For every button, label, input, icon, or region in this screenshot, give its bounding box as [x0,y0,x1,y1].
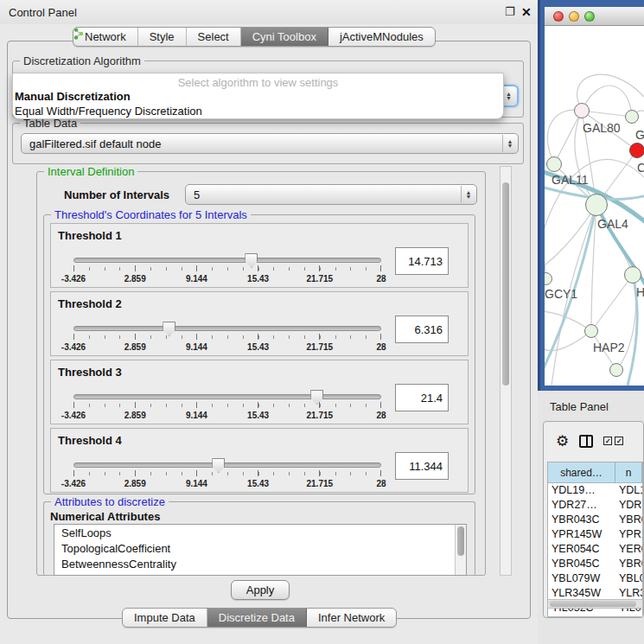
network-icon [73,28,84,40]
column-header-shared-name[interactable]: shared… [548,462,615,482]
threshold-3-row: Threshold 3 -3.426 2.859 9.144 15.43 21.… [50,360,469,424]
table-row[interactable]: YBL079WYBL0 [548,571,642,586]
threshold-4-label: Threshold 4 [58,434,122,447]
node-label-hap2: HAP2 [593,341,625,354]
dropdown-placeholder: Select algorithm to view settings [13,73,503,89]
threshold-4-row: Threshold 4 -3.426 2.859 9.144 15.43 21.… [50,428,469,493]
panel-scrollbar[interactable] [500,166,512,576]
control-panel-title: Control Panel [9,6,77,19]
threshold-2-label: Threshold 2 [58,297,122,310]
interval-definition-title: Interval Definition [44,165,137,178]
table-row[interactable]: YBR043CYBR0 [548,513,642,527]
node-hap2[interactable] [584,324,598,338]
number-of-intervals-label: Number of Intervals [64,188,169,201]
threshold-1-value[interactable]: 14.713 [395,247,449,275]
node-attribute-table[interactable]: shared… n YDL19…YDL1 YDR27…YDR2 YBR043CY… [547,462,643,617]
gear-icon[interactable]: ⚙ [556,432,569,450]
network-window-titlebar [545,7,644,26]
table-row[interactable]: YPR145WYPR1 [548,527,642,542]
threshold-2-value[interactable]: 6.316 [395,316,449,343]
threshold-3-label: Threshold 3 [58,366,122,379]
dropdown-item-manual-discretization[interactable]: Manual Discretization [13,90,503,103]
table-data-select[interactable]: galFiltered.sif default node ▲▼ [21,133,519,154]
slider-scale: -3.426 2.859 9.144 15.43 21.715 28 [73,411,381,421]
tab-network[interactable]: Network [73,28,138,46]
list-scrollbar[interactable] [455,525,466,575]
tab-discretize-data[interactable]: Discretize Data [207,609,307,627]
numerical-attributes-list[interactable]: SelfLoops TopologicalCoefficient Between… [54,524,467,576]
slider-track [73,462,381,468]
stepper-arrows: ▲▼ [461,186,475,203]
node-partial-bottom[interactable] [609,363,623,377]
node-gal2[interactable] [625,110,639,124]
table-data-value: galFiltered.sif default node [29,137,161,150]
threshold-1-label: Threshold 1 [58,229,122,242]
table-row[interactable]: YBR045CYBR0 [548,557,642,571]
tab-jactivemnodules[interactable]: jActiveMNodules [328,28,435,46]
threshold-2-row: Threshold 2 -3.426 2.859 9.144 15.43 21.… [50,291,469,356]
slider-track [73,394,381,399]
node-gal4[interactable] [585,194,608,216]
checkbox-icon[interactable]: ✓ [603,437,612,445]
tab-impute-data[interactable]: Impute Data [123,609,207,627]
checkbox-icon[interactable]: ✓ [615,437,623,445]
table-row[interactable]: YDR27…YDR2 [548,498,642,513]
table-horizontal-scrollbar[interactable] [547,599,643,609]
threshold-1-slider[interactable]: -3.426 2.859 9.144 15.43 21.715 28 [73,255,381,281]
stepper-arrows: ▲▼ [502,135,517,152]
slider-scale: -3.426 2.859 9.144 15.43 21.715 28 [73,274,381,284]
list-item[interactable]: TopologicalCoefficient [54,540,466,556]
split-columns-icon[interactable] [579,435,593,448]
node-label-gal11: GAL11 [552,173,589,187]
table-panel-title: Table Panel [550,400,609,413]
list-item[interactable]: BetweennessCentrality [54,556,466,571]
threshold-4-value[interactable]: 11.344 [395,452,449,480]
control-panel-titlebar [0,0,538,24]
slider-scale: -3.426 2.859 9.144 15.43 21.715 28 [73,479,381,489]
tab-infer-network[interactable]: Infer Network [307,609,396,627]
table-header-row: shared… n [548,462,642,483]
tab-cyni-toolbox[interactable]: Cyni Toolbox [241,28,328,46]
threshold-3-slider[interactable]: -3.426 2.859 9.144 15.43 21.715 28 [73,392,381,418]
column-header-name[interactable]: n [615,462,642,482]
threshold-1-row: Threshold 1 -3.426 2.859 9.144 15.43 21.… [50,223,469,288]
close-traffic-light[interactable] [553,11,564,22]
numerical-attributes-label: Numerical Attributes [50,510,160,523]
slider-scale: -3.426 2.859 9.144 15.43 21.715 28 [73,342,381,353]
control-panel-tabs: Network Style Select Cyni Toolbox jActiv… [73,27,436,47]
node-gal11[interactable] [546,156,562,172]
zoom-traffic-light[interactable] [584,11,595,22]
node-h[interactable] [624,266,641,284]
node-selected-red[interactable] [629,143,644,158]
node-gal80[interactable] [574,103,590,118]
attributes-title: Attributes to discretize [51,495,169,508]
threshold-3-value[interactable]: 21.4 [395,384,449,411]
thresholds-title: Threshold's Coordinates for 5 Intervals [51,208,251,221]
network-view-canvas[interactable]: GAL80 G GAL11 C GAL4 GCY1 H HAP2 [545,26,644,386]
apply-button[interactable]: Apply [231,580,290,600]
node-label-gal80: GAL80 [583,121,621,135]
tab-select[interactable]: Select [187,28,241,46]
tab-style[interactable]: Style [138,28,187,46]
scrollbar-thumb[interactable] [550,601,636,607]
list-item[interactable]: SelfLoops [54,525,466,540]
table-row[interactable]: YER054CYER0 [548,542,642,557]
scrollbar-thumb[interactable] [502,182,509,386]
minimize-traffic-light[interactable] [569,11,579,22]
dropdown-item-equal-width[interactable]: Equal Width/Frequency Discretization [13,105,503,118]
table-panel-toolbar: ⚙ ✓ ✓ [544,422,643,460]
node-label-c-partial: C [637,161,644,175]
threshold-2-slider[interactable]: -3.426 2.859 9.144 15.43 21.715 28 [73,323,381,349]
number-of-intervals-value: 5 [194,188,200,201]
table-panel-box: ⚙ ✓ ✓ shared… n YDL19…YDL1 YDR27…YDR2 YB… [543,421,644,618]
threshold-4-slider[interactable]: -3.426 2.859 9.144 15.43 21.715 28 [73,460,381,486]
node-label-gal4: GAL4 [597,217,628,231]
number-of-intervals-select[interactable]: 5 ▲▼ [185,184,477,205]
node-label-gal2-partial: G [635,128,644,142]
node-label-h-partial: H [636,285,644,299]
cyni-mode-tabs: Impute Data Discretize Data Infer Networ… [122,608,397,628]
float-window-icon[interactable]: ❐ [505,5,515,18]
close-icon[interactable]: ✕ [521,5,532,19]
tab-network-label: Network [85,30,126,43]
table-row[interactable]: YDL19…YDL1 [548,483,642,498]
